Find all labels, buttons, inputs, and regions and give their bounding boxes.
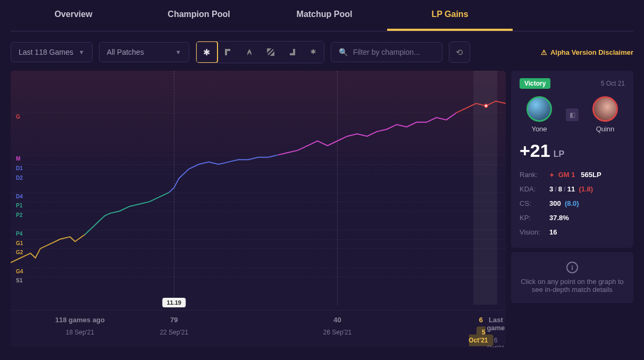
x-tick: 4026 Sep'21 — [323, 316, 352, 336]
info-icon: i — [566, 262, 578, 273]
role-top-button[interactable] — [218, 41, 239, 63]
toolbar: Last 118 Games ▼ All Patches ▼ ✱ 🔍 ⟲ ⚠ A… — [0, 31, 644, 71]
x-tick: Last game6 Oct'21 — [487, 316, 505, 347]
role-all-button[interactable]: ✱ — [196, 41, 218, 63]
stat-cs: CS: 300 (8.0) — [520, 196, 625, 211]
stat-vision: Vision: 16 — [520, 225, 625, 239]
role-bot-button[interactable] — [281, 41, 303, 63]
match-detail-panel: Victory 5 Oct 21 Yone ◧ Quinn +21 LP Ran — [511, 71, 633, 347]
chart-x-axis: 118 games ago18 Sep'217922 Sep'214026 Se… — [11, 310, 506, 347]
x-tick: 118 games ago18 Sep'21 — [55, 316, 105, 336]
lp-delta-unit: LP — [554, 149, 564, 159]
lp-chart[interactable]: GMD1D2D4P1P2P4G1G2G4S1 11.19 118 games a… — [11, 71, 506, 347]
chevron-down-icon: ▼ — [175, 49, 181, 55]
disclaimer-text: Alpha Version Disclaimer — [550, 48, 633, 56]
match-card: Victory 5 Oct 21 Yone ◧ Quinn +21 LP Ran — [511, 71, 633, 248]
rank-lp: 565LP — [581, 171, 601, 179]
versus-icon: ◧ — [566, 108, 579, 121]
result-badge: Victory — [520, 78, 550, 89]
ally-champion[interactable]: Yone — [526, 96, 552, 133]
enemy-champion[interactable]: Quinn — [592, 96, 618, 133]
champion-search-input[interactable] — [353, 48, 434, 56]
main-content: GMD1D2D4P1P2P4G1G2G4S1 11.19 118 games a… — [0, 71, 644, 358]
tab-champion-pool[interactable]: Champion Pool — [136, 0, 262, 31]
x-tick: 7922 Sep'21 — [160, 316, 188, 336]
refresh-button[interactable]: ⟲ — [449, 41, 470, 63]
patch-filter-label: All Patches — [107, 48, 144, 56]
role-filter-group: ✱ — [196, 41, 324, 63]
lp-delta: +21 LP — [520, 140, 625, 161]
stat-kda: KDA: 3/8/11 (1.8) — [520, 182, 625, 196]
tab-lp-gains[interactable]: LP Gains — [387, 0, 513, 31]
chart-selected-point — [484, 104, 488, 108]
enemy-champion-name: Quinn — [596, 125, 615, 133]
tab-overview[interactable]: Overview — [11, 0, 136, 31]
ally-champion-portrait — [526, 96, 552, 122]
info-hint-text: Click on any point on the graph to see i… — [520, 278, 625, 294]
patch-marker: 11.19 — [162, 298, 186, 307]
chevron-down-icon: ▼ — [79, 49, 85, 55]
stat-kp: KP: 37.8% — [520, 211, 625, 225]
games-filter-dropdown[interactable]: Last 118 Games ▼ — [11, 42, 93, 62]
rank-icon: ✦ — [549, 172, 554, 178]
tab-bar: Overview Champion Pool Matchup Pool LP G… — [11, 0, 633, 31]
search-icon: 🔍 — [339, 48, 348, 56]
tab-matchup-pool[interactable]: Matchup Pool — [262, 0, 387, 31]
patch-filter-dropdown[interactable]: All Patches ▼ — [99, 42, 189, 62]
games-filter-label: Last 118 Games — [19, 48, 73, 56]
info-hint-card: i Click on any point on the graph to see… — [511, 252, 633, 303]
champion-search[interactable]: 🔍 — [331, 42, 442, 62]
stat-rank: Rank: ✦ GM 1 565LP — [520, 168, 625, 182]
chart-lines — [11, 71, 506, 305]
rank-tier: GM 1 — [558, 171, 575, 179]
warning-icon: ⚠ — [541, 48, 547, 56]
role-jungle-button[interactable] — [239, 41, 260, 63]
role-support-button[interactable] — [303, 41, 324, 63]
role-mid-button[interactable] — [260, 41, 281, 63]
refresh-icon: ⟲ — [456, 47, 463, 57]
enemy-champion-portrait — [592, 96, 618, 122]
disclaimer-link[interactable]: ⚠ Alpha Version Disclaimer — [541, 48, 633, 56]
lp-delta-value: +21 — [520, 140, 550, 161]
match-date: 5 Oct 21 — [601, 80, 625, 87]
ally-champion-name: Yone — [531, 125, 547, 133]
